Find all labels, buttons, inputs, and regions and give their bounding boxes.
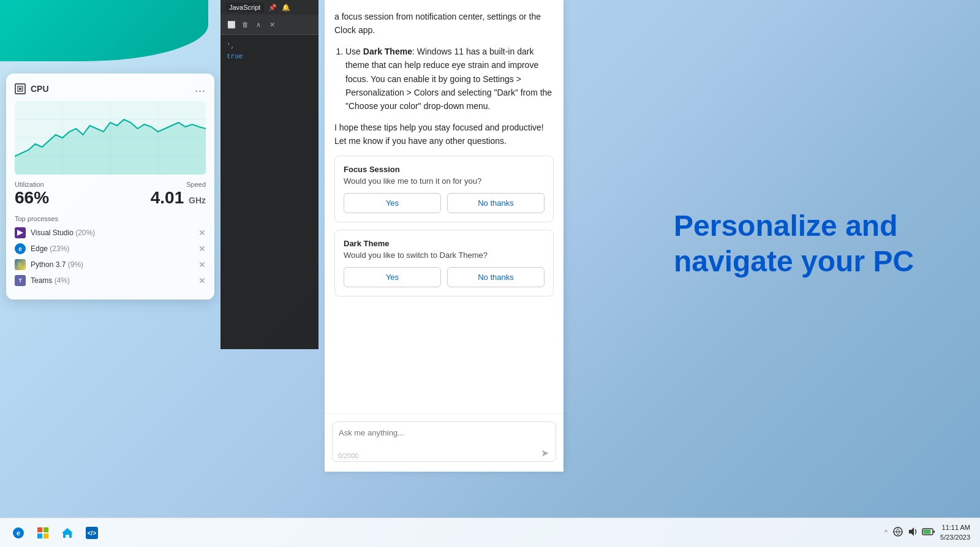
utilization-value: 66% <box>15 188 49 208</box>
editor-tabs: JavaScript 📌 🔔 <box>221 0 318 15</box>
dark-theme-buttons: Yes No thanks <box>344 267 545 287</box>
process-item-teams: T Teams (4%) ✕ <box>15 275 206 286</box>
process-item-edge: e Edge (23%) ✕ <box>15 243 206 254</box>
task-manager-title: CPU <box>15 83 49 94</box>
ai-list-item-2: Use Dark Theme: Windows 11 has a built-i… <box>345 45 554 113</box>
process-item-python: 🐍 Python 3.7 (9%) ✕ <box>15 259 206 270</box>
dark-theme-no-button[interactable]: No thanks <box>447 267 545 287</box>
more-options-button[interactable]: ... <box>195 82 206 95</box>
taskbar-right: ^ <box>884 523 970 542</box>
ai-message: a focus session from notification center… <box>334 10 554 148</box>
task-manager-header: CPU ... <box>15 82 206 95</box>
close-vs-button[interactable]: ✕ <box>198 228 206 238</box>
focus-session-desc: Would you like me to turn it on for you? <box>344 176 545 186</box>
stats-row: Utilization 66% Speed 4.01 GHz <box>15 181 206 208</box>
clock-date: 5/23/2023 <box>940 533 970 542</box>
editor-line-2: true <box>227 51 312 62</box>
ai-panel-content: a focus session from notification center… <box>325 0 564 413</box>
split-view-icon[interactable]: ⬜ <box>227 20 236 29</box>
editor-line-1: ', <box>227 41 312 51</box>
network-icon[interactable] <box>892 526 903 539</box>
editor-toolbar: ⬜ 🗑 ∧ ✕ <box>221 15 318 35</box>
dark-theme-title: Dark Theme <box>344 239 545 248</box>
taskbar-store-icon[interactable] <box>34 524 51 541</box>
dark-theme-bold: Dark Theme <box>363 47 412 56</box>
top-processes-label: Top processes <box>15 215 206 222</box>
ai-input[interactable] <box>332 421 556 462</box>
process-item-vs: Visual Studio (20%) ✕ <box>15 227 206 238</box>
teams-icon: T <box>15 275 26 286</box>
ai-input-area: 0/2000 ➤ <box>325 413 564 472</box>
cpu-graph <box>15 101 206 175</box>
edge-icon: e <box>15 243 26 254</box>
battery-icon[interactable] <box>922 527 935 538</box>
editor-content: ', true <box>221 35 318 67</box>
svg-rect-13 <box>43 527 48 532</box>
taskbar-home-icon[interactable] <box>59 524 76 541</box>
focus-session-card: Focus Session Would you like me to turn … <box>334 156 554 222</box>
process-name-vs: Visual Studio (20%) <box>31 228 95 237</box>
focus-session-title: Focus Session <box>344 165 545 174</box>
process-name-teams: Teams (4%) <box>31 276 70 285</box>
speed-value: 4.01 GHz <box>151 188 206 208</box>
process-name-python: Python 3.7 (9%) <box>31 260 83 269</box>
clock[interactable]: 11:11 AM 5/23/2023 <box>940 523 970 542</box>
javascript-tab[interactable]: JavaScript <box>225 2 264 12</box>
svg-rect-23 <box>933 530 935 533</box>
delete-icon[interactable]: 🗑 <box>240 20 250 29</box>
svg-rect-22 <box>924 530 931 534</box>
ai-text-paragraph-1: a focus session from notification center… <box>334 10 554 37</box>
focus-session-no-button[interactable]: No thanks <box>447 193 545 213</box>
tagline-line1: Personalize and <box>674 208 943 244</box>
ai-chat-panel: a focus session from notification center… <box>325 0 564 472</box>
close-editor-button[interactable]: ✕ <box>267 20 277 29</box>
taskbar-edge-icon[interactable]: e <box>10 524 27 541</box>
close-edge-button[interactable]: ✕ <box>198 244 206 254</box>
ai-input-wrapper: 0/2000 ➤ <box>332 421 556 464</box>
svg-text:e: e <box>17 529 20 537</box>
close-python-button[interactable]: ✕ <box>198 260 206 270</box>
cpu-label: CPU <box>31 84 49 94</box>
taskbar: e </> ^ <box>0 518 980 547</box>
svg-rect-14 <box>37 534 42 538</box>
process-name-edge: Edge (23%) <box>31 244 69 253</box>
close-teams-button[interactable]: ✕ <box>198 276 206 285</box>
ai-closing-text: I hope these tips help you stay focused … <box>334 121 554 148</box>
focus-session-buttons: Yes No thanks <box>344 193 545 213</box>
dark-theme-card: Dark Theme Would you like to switch to D… <box>334 230 554 296</box>
focus-session-yes-button[interactable]: Yes <box>344 193 441 213</box>
cpu-icon <box>15 83 26 94</box>
pin-icon[interactable]: 📌 <box>268 2 277 12</box>
collapse-icon[interactable]: ∧ <box>254 20 263 29</box>
speed-label: Speed <box>151 181 206 188</box>
bell-icon[interactable]: 🔔 <box>281 2 291 12</box>
dark-theme-yes-button[interactable]: Yes <box>344 267 441 287</box>
svg-text:</>: </> <box>88 530 97 537</box>
svg-marker-20 <box>909 527 914 536</box>
visual-studio-icon <box>15 227 26 238</box>
svg-marker-9 <box>17 230 23 236</box>
task-manager-widget: CPU ... Utilization 66% Speed 4.01 <box>6 74 214 300</box>
speaker-icon[interactable] <box>907 526 918 539</box>
clock-time: 11:11 AM <box>940 523 970 532</box>
svg-rect-15 <box>43 534 48 538</box>
svg-marker-8 <box>15 119 206 175</box>
python-icon: 🐍 <box>15 259 26 270</box>
system-tray <box>892 526 935 539</box>
code-editor: JavaScript 📌 🔔 ⬜ 🗑 ∧ ✕ ', true <box>221 0 318 349</box>
utilization-stat: Utilization 66% <box>15 181 49 208</box>
taskbar-left: e </> <box>10 524 100 541</box>
tagline: Personalize and navigate your PC <box>674 208 943 279</box>
char-count: 0/2000 <box>338 452 359 459</box>
dark-theme-desc: Would you like to switch to Dark Theme? <box>344 251 545 260</box>
send-button[interactable]: ➤ <box>538 446 551 459</box>
svg-rect-1 <box>19 88 21 90</box>
speed-stat: Speed 4.01 GHz <box>151 181 206 208</box>
tagline-line2: navigate your PC <box>674 244 943 279</box>
speed-unit: GHz <box>189 195 206 205</box>
system-tray-chevron[interactable]: ^ <box>884 529 888 536</box>
taskbar-vscode-icon[interactable]: </> <box>83 524 100 541</box>
svg-rect-12 <box>37 527 42 532</box>
utilization-label: Utilization <box>15 181 49 188</box>
